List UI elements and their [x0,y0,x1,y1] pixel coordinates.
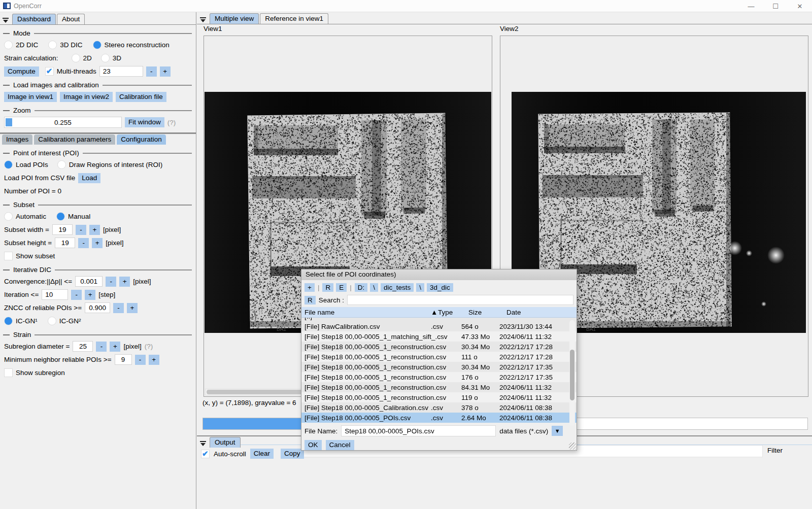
cancel-button[interactable]: Cancel [326,440,354,450]
threads-plus-button[interactable]: + [160,66,171,77]
file-row[interactable]: [File] Step18 00,00-0005_POIs.csv.csv2.6… [301,413,577,423]
compute-button[interactable]: Compute [4,66,39,77]
radio-icgn2[interactable] [48,317,56,325]
file-list-header[interactable]: File name ▲ Type Size Date [301,307,577,318]
subregion-input[interactable]: 25 [73,341,93,352]
tab-calibration-parameters[interactable]: Calibaration parameters [34,134,115,145]
radio-strain-2d[interactable] [72,54,80,62]
path-segment-button[interactable]: dic_tests [381,283,414,292]
subset-height-plus-button[interactable]: + [92,238,103,248]
show-subregion-checkbox[interactable] [4,368,13,377]
file-row[interactable]: [File] RawCalibration.csv.csv564 o2023/1… [301,321,577,331]
column-date[interactable]: Date [506,309,577,316]
copy-button[interactable]: Copy [281,449,304,459]
file-type-dropdown-icon[interactable]: ▼ [552,426,563,436]
path-segment-button[interactable]: + [304,283,315,292]
tab-about[interactable]: About [57,14,85,24]
path-segment-button[interactable]: 3d_dic [427,283,453,292]
path-segment-button[interactable]: D: [355,283,368,292]
file-list-scroll-thumb[interactable] [570,350,574,400]
file-row[interactable]: [File] Step18 00,00-0005_1_reconstructio… [301,382,577,392]
radio-strain-3d[interactable] [101,54,110,62]
zncc-plus-button[interactable]: + [127,303,138,313]
dialog-title[interactable]: Select file of POI coordinates) [301,269,577,280]
tab-output[interactable]: Output [210,437,241,448]
zncc-minus-button[interactable]: - [113,303,124,313]
output-dock-float-icon[interactable] [200,440,207,447]
search-input[interactable] [347,295,573,305]
show-subset-checkbox[interactable] [4,252,13,260]
path-segment-button[interactable]: E [336,283,347,292]
subset-height-minus-button[interactable]: - [78,238,89,248]
subset-width-plus-button[interactable]: + [89,225,100,235]
file-name-input[interactable]: Step18 00,00-0005_POIs.csv [341,425,496,436]
convergence-minus-button[interactable]: - [106,277,116,287]
file-row[interactable]: [File] Step18 00,00-0005_1_reconstructio… [301,372,577,382]
column-size[interactable]: Size [468,309,506,316]
zoom-slider[interactable]: 0.255 [4,117,122,128]
subset-width-minus-button[interactable]: - [76,225,86,235]
subregion-minus-button[interactable]: - [96,342,107,352]
path-segment-button[interactable]: \ [370,283,378,292]
subset-height-input[interactable]: 19 [55,237,75,248]
tab-multiple-view[interactable]: Multiple view [210,13,259,24]
convergence-input[interactable]: 0.001 [75,276,103,287]
convergence-plus-button[interactable]: + [119,277,130,287]
zoom-slider-handle[interactable] [6,118,12,126]
load-button[interactable]: Load [78,173,100,183]
file-row[interactable]: [File] Step18 00,00-0005_1_reconstructio… [301,362,577,372]
maximize-icon[interactable]: ☐ [763,0,788,12]
tab-images[interactable]: Images [2,134,32,145]
minneighbor-input[interactable]: 9 [115,354,132,365]
image-in-view1-button[interactable]: Image in view1 [4,92,57,102]
radio-automatic[interactable] [4,212,13,221]
iteration-minus-button[interactable]: - [71,290,82,300]
close-icon[interactable]: ✕ [788,0,812,12]
file-row[interactable]: [File] Step18 00,00-0005_1_reconstructio… [301,392,577,402]
radio-2d-dic[interactable] [4,41,13,49]
minneighbor-plus-button[interactable]: + [149,355,159,365]
image-in-view2-button[interactable]: Image in view2 [60,92,113,102]
dock-float-icon[interactable] [3,17,9,23]
iteration-plus-button[interactable]: + [85,290,95,300]
ok-button[interactable]: OK [304,440,322,450]
tab-configuration[interactable]: Configuration [117,134,165,145]
tab-dashboard[interactable]: Dashboard [12,14,56,24]
threads-minus-button[interactable]: - [146,66,157,77]
radio-icgn1[interactable] [4,317,13,325]
file-type-filter[interactable]: data files (*.csv) [499,427,548,435]
column-file-name[interactable]: File name [301,309,431,316]
search-r-button[interactable]: R [304,296,316,304]
minimize-icon[interactable]: — [739,0,763,12]
tab-reference-in-view1[interactable]: Reference in view1 [260,13,328,24]
iteration-input[interactable]: 10 [42,289,68,300]
path-segment-button[interactable]: \ [416,283,424,292]
zoom-help-icon[interactable]: (?) [167,119,176,126]
minneighbor-minus-button[interactable]: - [135,355,146,365]
calibration-file-button[interactable]: Calibration file [116,92,166,102]
column-type[interactable]: Type [438,309,468,316]
subregion-help-icon[interactable]: (?) [145,343,153,350]
radio-3d-dic[interactable] [48,41,57,49]
radio-manual[interactable] [56,212,65,221]
file-row[interactable]: [File] Step18 00,00-0005_1_reconstructio… [301,342,577,352]
file-row[interactable]: [File] Step18 00,00-0005_1_matching_sift… [301,331,577,342]
threads-input[interactable]: 23 [99,66,143,77]
subset-width-input[interactable]: 19 [52,224,73,235]
file-row[interactable]: [File] Step18 00,00-0005_Calibration.csv… [301,402,577,413]
multithreads-checkbox[interactable] [45,67,54,76]
zncc-input[interactable]: 0.900 [85,302,110,313]
path-segment-button[interactable]: R [322,283,333,292]
view-dock-float-icon[interactable] [200,17,207,23]
clear-button[interactable]: Clear [250,449,274,459]
file-row[interactable]: [File] Step18 00,00-0005_1_reconstructio… [301,352,577,362]
fit-window-button[interactable]: Fit window [125,117,164,127]
sort-asc-icon[interactable]: ▲ [431,309,438,316]
radio-stereo[interactable] [93,41,101,49]
subregion-plus-button[interactable]: + [110,342,120,352]
radio-load-pois[interactable] [4,160,13,169]
file-list-scrollbar[interactable] [569,320,575,426]
autoscroll-checkbox[interactable] [201,450,210,458]
radio-draw-roi[interactable] [57,160,66,169]
dialog-resize-grip[interactable] [569,443,576,450]
